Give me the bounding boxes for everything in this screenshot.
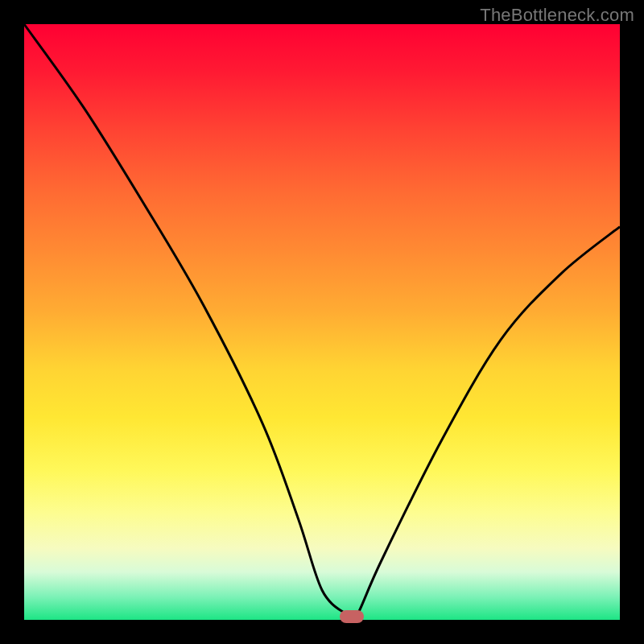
chart-frame: TheBottleneck.com [0,0,644,644]
bottleneck-curve [24,24,620,620]
plot-area [24,24,620,620]
watermark-text: TheBottleneck.com [480,5,634,26]
optimal-point-marker [340,610,364,623]
curve-path [24,24,620,618]
